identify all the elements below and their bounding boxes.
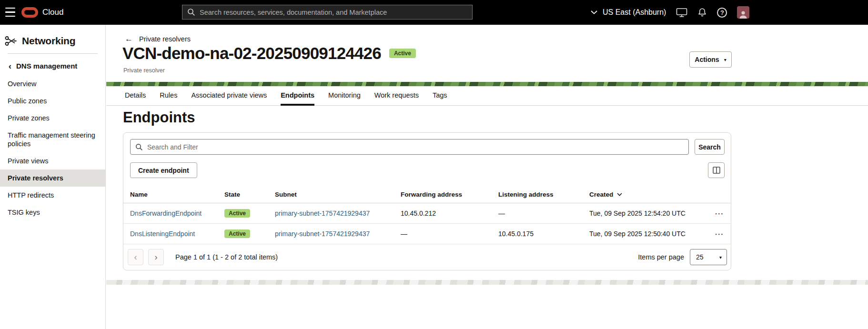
table-row: DnsListeningEndpoint Active primary-subn… [123,224,731,244]
next-page-button[interactable]: › [148,249,164,265]
tab-endpoints[interactable]: Endpoints [281,88,314,106]
sidebar-item-private-resolvers[interactable]: Private resolvers [0,169,105,187]
created-header-label: Created [589,191,613,198]
column-header-name[interactable]: Name [130,191,224,198]
page-title: VCN-demo-na-02-20250909124426 [122,44,381,63]
caret-down-icon: ▾ [724,57,727,62]
tab-associated-private-views[interactable]: Associated private views [191,88,267,106]
endpoint-name-link[interactable]: DnsListeningEndpoint [130,230,195,238]
notifications-bell-icon[interactable] [697,8,707,18]
sidebar-menu: Overview Public zones Private zones Traf… [0,75,105,221]
table-header: Name State Subnet Forwarding address Lis… [123,186,731,203]
page-subtitle: Private resolver [123,67,165,74]
row-actions-ellipsis-icon[interactable]: ⋯ [708,208,731,219]
back-arrow-icon[interactable]: ← [125,34,133,44]
tab-details[interactable]: Details [125,88,146,106]
hamburger-menu-icon[interactable] [5,8,15,17]
search-button[interactable]: Search [695,139,725,155]
chevron-down-icon [591,10,597,14]
subnet-link[interactable]: primary-subnet-1757421929437 [275,230,370,238]
sidebar-item-traffic-management[interactable]: Traffic management steering policies [0,127,105,152]
row-actions-ellipsis-icon[interactable]: ⋯ [708,229,731,239]
sidebar-back-dns-management[interactable]: ‹ DNS management [0,54,105,72]
forwarding-address-cell: — [401,230,498,238]
tab-rules[interactable]: Rules [160,88,177,106]
column-header-listening-address[interactable]: Listening address [498,191,589,198]
footer-decorative-band [106,280,868,285]
pagination-label: Page 1 of 1 (1 - 2 of 2 total items) [175,253,278,261]
breadcrumb: ← Private resolvers [125,34,191,44]
forwarding-address-cell: 10.45.0.212 [401,209,498,217]
oracle-logo-icon [21,7,38,18]
endpoints-heading: Endpoints [123,109,195,126]
region-label: US East (Ashburn) [603,8,666,17]
sidebar-item-public-zones[interactable]: Public zones [0,92,105,110]
endpoint-name-link[interactable]: DnsForwardingEndpoint [130,209,202,217]
brand-label: Cloud [42,8,63,17]
cloud-shell-icon[interactable] [676,8,687,18]
table-columns-icon [713,167,720,174]
actions-button[interactable]: Actions ▾ [689,51,732,68]
main-content: ← Private resolvers VCN-demo-na-02-20250… [106,25,868,329]
column-header-created[interactable]: Created [589,191,708,198]
sidebar-item-overview[interactable]: Overview [0,75,105,92]
filter-input[interactable] [147,143,684,151]
top-bar: Cloud US East (Ashburn) [0,0,868,25]
endpoints-table: Name State Subnet Forwarding address Lis… [123,186,731,244]
listening-address-cell: 10.45.0.175 [498,230,589,238]
column-header-forwarding-address[interactable]: Forwarding address [401,191,498,198]
tab-bar: Details Rules Associated private views E… [106,88,868,106]
pagination: ‹ › Page 1 of 1 (1 - 2 of 2 total items)… [123,244,731,270]
table-row: DnsForwardingEndpoint Active primary-sub… [123,203,731,224]
status-badge: Active [389,49,416,58]
chevron-left-icon: ‹ [9,63,11,70]
help-icon[interactable]: ? [717,8,727,18]
topbar-right-cluster: US East (Ashburn) ? [591,0,749,25]
sidebar: Networking ‹ DNS management Overview Pub… [0,25,106,329]
endpoints-panel: Search Create endpoint Name State Subnet… [123,132,731,270]
sidebar-title: Networking [22,35,75,47]
networking-icon [5,36,17,46]
chevron-left-icon: ‹ [134,253,137,261]
listening-address-cell: — [498,209,589,217]
column-header-subnet[interactable]: Subnet [275,191,401,198]
sidebar-item-tsig-keys[interactable]: TSIG keys [0,204,105,221]
sort-descending-icon [617,193,622,196]
sidebar-item-private-views[interactable]: Private views [0,152,105,169]
items-per-page-value: 25 [696,253,704,261]
brand-home-link[interactable]: Cloud [21,0,63,25]
tab-monitoring[interactable]: Monitoring [328,88,361,106]
state-badge: Active [224,209,250,218]
help-glyph: ? [720,9,724,16]
sidebar-back-label: DNS management [16,62,77,70]
created-cell: Tue, 09 Sep 2025 12:54:20 UTC [589,209,708,217]
user-avatar[interactable] [737,6,749,19]
person-icon [739,10,747,19]
global-search[interactable] [182,5,473,20]
actions-button-label: Actions [695,56,719,63]
breadcrumb-private-resolvers[interactable]: Private resolvers [139,35,191,43]
chevron-right-icon: › [155,253,158,261]
state-badge: Active [224,229,250,238]
decorative-banner [106,82,868,86]
items-per-page-label: Items per page [638,253,684,261]
caret-down-icon: ▾ [719,255,722,260]
search-icon [135,143,143,151]
tab-tags[interactable]: Tags [433,88,447,106]
sidebar-item-private-zones[interactable]: Private zones [0,110,105,127]
search-icon [187,8,195,16]
region-selector[interactable]: US East (Ashburn) [591,8,666,17]
create-endpoint-button[interactable]: Create endpoint [130,162,197,178]
sidebar-item-http-redirects[interactable]: HTTP redirects [0,187,105,204]
tab-work-requests[interactable]: Work requests [374,88,419,106]
column-header-state[interactable]: State [224,191,275,198]
created-cell: Tue, 09 Sep 2025 12:50:40 UTC [589,230,708,238]
items-per-page-select[interactable]: 25 ▾ [690,249,727,265]
prev-page-button[interactable]: ‹ [128,249,143,265]
filter-input-wrap [130,139,689,155]
subnet-link[interactable]: primary-subnet-1757421929437 [275,209,370,217]
column-settings-button[interactable] [708,162,725,178]
global-search-input[interactable] [200,9,467,16]
